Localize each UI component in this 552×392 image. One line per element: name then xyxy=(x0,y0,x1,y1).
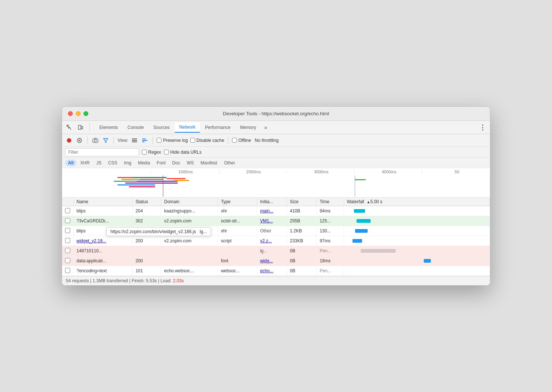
disable-cache-group[interactable]: Disable cache xyxy=(190,138,224,143)
offline-group[interactable]: Offline xyxy=(232,138,251,143)
waterfall-timeline: 1000ms 2000ms 3000ms 4000ms 50 xyxy=(62,168,490,198)
toolbar-divider-3 xyxy=(153,137,153,144)
close-button[interactable] xyxy=(68,111,73,116)
preserve-log-group[interactable]: Preserve log xyxy=(157,138,188,143)
hide-data-urls-checkbox[interactable] xyxy=(164,150,169,154)
preserve-log-checkbox[interactable] xyxy=(157,138,161,143)
type-filter-ws[interactable]: WS xyxy=(184,160,197,166)
filter-input[interactable] xyxy=(65,148,139,156)
table-row: data:applicati... 200 font widg... 0B 19… xyxy=(62,256,490,266)
type-filter-img[interactable]: Img xyxy=(121,160,134,166)
type-filter-other[interactable]: Other xyxy=(221,160,238,166)
row-type: websoc... xyxy=(218,266,257,276)
tab-sources[interactable]: Sources xyxy=(149,123,174,132)
view-list-icon[interactable] xyxy=(130,136,139,144)
th-initiator[interactable]: Initia... xyxy=(257,198,287,206)
regex-group[interactable]: Regex xyxy=(142,150,161,155)
disable-cache-checkbox[interactable] xyxy=(190,138,195,143)
type-filter-manifest[interactable]: Manifest xyxy=(198,160,220,166)
tab-memory[interactable]: Memory xyxy=(236,123,260,132)
tab-performance[interactable]: Performance xyxy=(201,123,235,132)
th-size[interactable]: Size xyxy=(287,198,317,206)
status-load-time: 2.03s xyxy=(173,278,184,283)
row-checkbox[interactable] xyxy=(65,218,70,223)
row-initiator[interactable]: VM1... xyxy=(257,216,287,226)
th-domain[interactable]: Domain xyxy=(161,198,218,206)
row-checkbox-cell[interactable] xyxy=(62,256,74,266)
filter-button[interactable] xyxy=(102,136,110,144)
svg-rect-8 xyxy=(132,139,137,139)
row-domain: echo.websoc... xyxy=(161,266,218,276)
row-status: 200 xyxy=(132,256,161,266)
type-filter-media[interactable]: Media xyxy=(135,160,153,166)
row-checkbox[interactable] xyxy=(65,228,70,233)
hide-data-urls-group[interactable]: Hide data URLs xyxy=(164,150,202,155)
row-checkbox[interactable] xyxy=(65,268,70,273)
row-status: 200 xyxy=(132,236,161,246)
type-filter-js[interactable]: JS xyxy=(93,160,105,166)
type-filter-xhr[interactable]: XHR xyxy=(77,160,92,166)
table-row tooltip-row: widget_v2.18... https://v2.zopim.com/bin… xyxy=(62,236,490,246)
record-button[interactable] xyxy=(65,136,73,144)
row-initiator[interactable]: main... xyxy=(257,206,287,216)
type-filter-row: All XHR JS CSS Img Media Font Doc WS Man… xyxy=(62,158,490,168)
toolbar-divider-4 xyxy=(228,137,228,144)
tab-elements[interactable]: Elements xyxy=(95,123,122,132)
minimize-button[interactable] xyxy=(76,111,81,116)
row-checkbox-cell[interactable] xyxy=(62,216,74,226)
row-checkbox[interactable] xyxy=(65,238,70,243)
row-initiator[interactable]: v2.z... xyxy=(257,236,287,246)
row-checkbox[interactable] xyxy=(65,208,70,213)
timeline-labels: 1000ms 2000ms 3000ms 4000ms 50 xyxy=(151,170,490,174)
type-filter-font[interactable]: Font xyxy=(154,160,168,166)
row-name-link[interactable]: widget_v2.18... xyxy=(76,238,106,243)
inspect-icon[interactable] xyxy=(65,123,74,132)
no-throttling-label: No throttling xyxy=(255,138,279,143)
th-status[interactable]: Status xyxy=(132,198,161,206)
type-filter-all[interactable]: All xyxy=(65,160,76,166)
device-toolbar-icon[interactable] xyxy=(76,123,85,132)
svg-point-7 xyxy=(94,140,96,142)
row-type: font xyxy=(218,256,257,266)
row-checkbox-cell[interactable] xyxy=(62,236,74,246)
type-filter-css[interactable]: CSS xyxy=(105,160,120,166)
toolbar-divider-1 xyxy=(87,137,88,144)
view-waterfall-icon[interactable] xyxy=(141,136,149,144)
regex-checkbox[interactable] xyxy=(142,150,147,154)
row-checkbox-cell[interactable] xyxy=(62,206,74,216)
regex-label: Regex xyxy=(148,150,161,155)
row-waterfall xyxy=(344,206,490,216)
row-checkbox-cell[interactable] xyxy=(62,226,74,236)
table-row: ?encoding=text 101 echo.websoc... websoc… xyxy=(62,266,490,276)
row-name: blips xyxy=(74,226,133,236)
tab-console[interactable]: Console xyxy=(123,123,148,132)
tab-network[interactable]: Network xyxy=(175,122,200,133)
offline-checkbox[interactable] xyxy=(232,138,237,143)
row-time: 125... xyxy=(317,216,344,226)
row-checkbox-cell[interactable] xyxy=(62,266,74,276)
table-row: blips 204 kaazingsuppo... xhr main... 41… xyxy=(62,206,490,216)
camera-button[interactable] xyxy=(91,136,99,144)
th-name[interactable]: Name xyxy=(74,198,133,206)
row-domain: v2.zopim.com xyxy=(161,236,218,246)
row-waterfall xyxy=(344,226,490,236)
row-initiator[interactable]: widg... xyxy=(257,256,287,266)
clear-button[interactable] xyxy=(75,136,84,144)
row-initiator[interactable]: echo... xyxy=(257,266,287,276)
row-status: 204 xyxy=(132,206,161,216)
maximize-button[interactable] xyxy=(84,111,88,116)
type-filter-doc[interactable]: Doc xyxy=(169,160,183,166)
row-waterfall xyxy=(344,246,490,256)
th-time[interactable]: Time xyxy=(317,198,344,206)
status-bar: 54 requests | 1.3MB transferred | Finish… xyxy=(62,276,490,285)
devtools-menu-icon[interactable]: ⋮ xyxy=(478,123,487,132)
th-waterfall[interactable]: Waterfall ▲5.00 s xyxy=(344,198,490,206)
row-size: 233KB xyxy=(287,236,317,246)
row-domain xyxy=(161,246,218,256)
row-checkbox[interactable] xyxy=(65,258,70,263)
row-checkbox[interactable] xyxy=(65,248,70,253)
row-time: 19ms xyxy=(317,256,344,266)
tab-more[interactable]: » xyxy=(261,123,270,132)
row-checkbox-cell[interactable] xyxy=(62,246,74,256)
th-type[interactable]: Type xyxy=(218,198,257,206)
